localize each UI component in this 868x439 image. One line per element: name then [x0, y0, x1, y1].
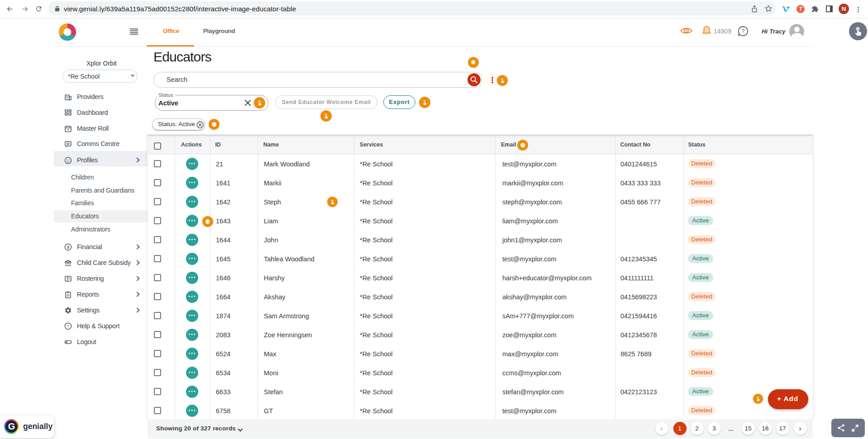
svg-text:?: ?: [742, 28, 745, 34]
svg-text:?: ?: [67, 324, 69, 329]
svg-text:$: $: [67, 245, 69, 250]
